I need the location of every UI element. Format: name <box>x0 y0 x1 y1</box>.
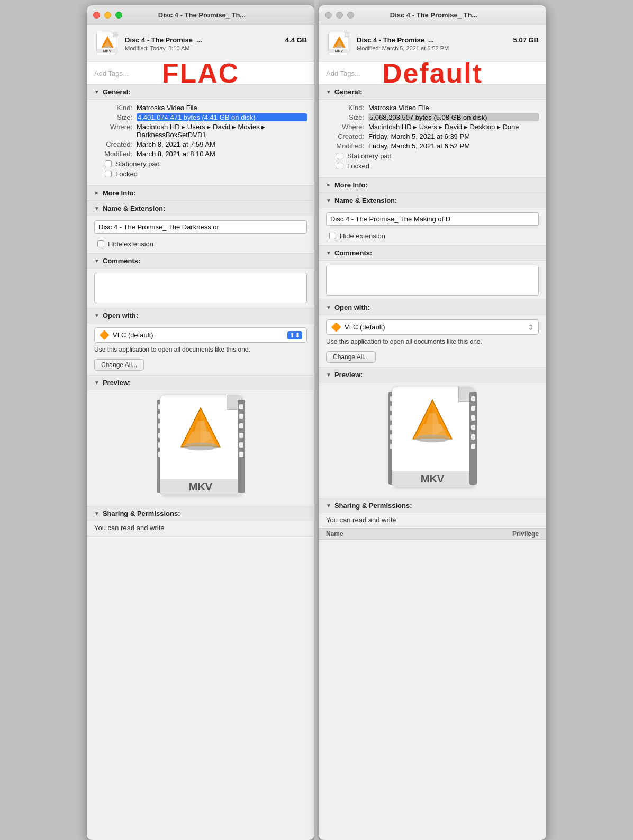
window-title-1: Disc 4 - The Promise_ Th... <box>122 11 282 19</box>
comments-section-1: ▼ Comments: <box>87 254 314 308</box>
file-modified-1: Modified: Today, 8:10 AM <box>125 45 307 51</box>
size-value-2[interactable]: 5,068,203,507 bytes (5.08 GB on disk) <box>368 113 539 121</box>
chevron-general-2: ▼ <box>326 89 331 95</box>
open-with-header-1[interactable]: ▼ Open with: <box>87 308 314 323</box>
more-info-header-1[interactable]: ▼ More Info: <box>87 186 314 201</box>
more-info-section-2: ▼ More Info: <box>319 178 546 193</box>
where-label-2: Where: <box>326 123 364 131</box>
change-all-btn-1[interactable]: Change All... <box>94 359 144 371</box>
change-all-btn-2[interactable]: Change All... <box>326 351 376 363</box>
file-modified-2: Modified: March 5, 2021 at 6:52 PM <box>357 45 539 51</box>
created-label-1: Created: <box>94 140 132 148</box>
locked-row-2[interactable]: Locked <box>337 162 539 170</box>
kind-value-2: Matroska Video File <box>368 104 539 112</box>
general-header-1[interactable]: ▼ General: <box>87 85 314 100</box>
overlay-label-1: FLAC <box>162 57 240 89</box>
close-button-2[interactable] <box>325 12 332 19</box>
name-ext-header-1[interactable]: ▼ Name & Extension: <box>87 201 314 216</box>
hide-ext-label-2: Hide extension <box>340 232 385 240</box>
open-with-app-2: VLC (default) <box>345 323 528 331</box>
preview-section-1: ▼ Preview: <box>87 376 314 506</box>
name-input-2[interactable]: Disc 4 - The Promise_ The Making of D <box>326 212 539 226</box>
svg-rect-12 <box>187 446 213 450</box>
chevron-open-with-1: ▼ <box>94 312 100 318</box>
name-ext-header-2[interactable]: ▼ Name & Extension: <box>319 193 546 208</box>
maximize-button-2[interactable] <box>347 12 354 19</box>
preview-header-1[interactable]: ▼ Preview: <box>87 376 314 390</box>
tags-placeholder-1[interactable]: Add Tags... <box>94 69 129 77</box>
open-with-label-2: Open with: <box>334 303 370 311</box>
sharing-text-1: You can read and write <box>87 521 314 536</box>
hide-ext-checkbox-1[interactable] <box>97 240 104 247</box>
maximize-button-1[interactable] <box>115 12 122 19</box>
hide-ext-row-1[interactable]: Hide extension <box>97 240 314 248</box>
stationery-checkbox-1[interactable] <box>105 160 112 167</box>
where-label-1: Where: <box>94 123 132 139</box>
preview-label-2: Preview: <box>334 371 363 379</box>
stationery-row-1[interactable]: Stationery pad <box>105 160 307 168</box>
open-with-desc-2: Use this application to open all documen… <box>319 335 546 349</box>
general-section-1: ▼ General: Kind: Matroska Video File Siz… <box>87 85 314 186</box>
svg-rect-4 <box>104 47 110 48</box>
chevron-comments-1: ▼ <box>94 258 100 264</box>
stationery-row-2[interactable]: Stationery pad <box>337 152 539 160</box>
locked-checkbox-2[interactable] <box>337 163 343 169</box>
size-label-1: Size: <box>94 113 132 121</box>
size-row-2: Size: 5,068,203,507 bytes (5.08 GB on di… <box>326 113 539 121</box>
file-header-1: MKV Disc 4 - The Promise_... 4.4 GB Modi… <box>87 25 314 62</box>
tags-bar-2: Add Tags... Default <box>319 62 546 85</box>
name-input-1[interactable]: Disc 4 - The Promise_ The Darkness or <box>94 220 307 234</box>
info-window-2: Disc 4 - The Promise_ Th... <box>319 5 546 840</box>
size-label-2: Size: <box>326 113 364 121</box>
size-row-1: Size: 4,401,074,471 bytes (4.41 GB on di… <box>94 113 307 121</box>
file-info-1: Disc 4 - The Promise_... 4.4 GB Modified… <box>125 36 307 51</box>
open-with-header-2[interactable]: ▼ Open with: <box>319 300 546 315</box>
name-ext-label-2: Name & Extension: <box>334 196 397 204</box>
locked-label-1: Locked <box>115 170 138 178</box>
chevron-name-ext-1: ▼ <box>94 205 100 211</box>
name-ext-section-1: ▼ Name & Extension: Disc 4 - The Promise… <box>87 201 314 254</box>
file-name-1: Disc 4 - The Promise_... <box>125 36 202 44</box>
filmstrip-right-2 <box>469 392 477 485</box>
where-row-2: Where: Macintosh HD ▸ Users ▸ David ▸ De… <box>326 123 539 131</box>
name-input-wrap-1: Disc 4 - The Promise_ The Darkness or <box>87 216 314 238</box>
modified-row-2: Modified: Friday, March 5, 2021 at 6:52 … <box>326 142 539 150</box>
hide-ext-checkbox-2[interactable] <box>329 233 336 239</box>
stationery-checkbox-2[interactable] <box>337 153 343 159</box>
sharing-label-1: Sharing & Permissions: <box>103 510 180 517</box>
general-header-2[interactable]: ▼ General: <box>319 85 546 100</box>
tags-placeholder-2[interactable]: Add Tags... <box>326 69 360 77</box>
minimize-button-2[interactable] <box>336 12 343 19</box>
minimize-button-1[interactable] <box>104 12 111 19</box>
close-button-1[interactable] <box>93 12 100 19</box>
chevron-more-info-2: ▼ <box>325 183 331 188</box>
open-with-app-1: VLC (default) <box>113 331 287 339</box>
large-mkv-label-1: MKV <box>160 479 241 495</box>
sharing-header-1[interactable]: ▼ Sharing & Permissions: <box>87 506 314 521</box>
comments-header-1[interactable]: ▼ Comments: <box>87 254 314 269</box>
comments-area-1[interactable] <box>94 273 307 303</box>
file-info-2: Disc 4 - The Promise_... 5.07 GB Modifie… <box>357 36 539 51</box>
comments-label-2: Comments: <box>334 249 373 257</box>
sharing-col2-2: Privilege <box>512 530 539 538</box>
general-content-2: Kind: Matroska Video File Size: 5,068,20… <box>319 100 546 177</box>
open-with-select-2[interactable]: 🔶 VLC (default) ⇕ <box>326 319 539 335</box>
hide-ext-row-2[interactable]: Hide extension <box>329 232 546 240</box>
more-info-header-2[interactable]: ▼ More Info: <box>319 178 546 193</box>
overlay-label-2: Default <box>382 57 483 89</box>
preview-header-2[interactable]: ▼ Preview: <box>319 368 546 382</box>
open-with-select-1[interactable]: 🔶 VLC (default) ⬆⬇ <box>94 327 307 343</box>
preview-image-2: MKV <box>390 387 475 493</box>
created-value-1: March 8, 2021 at 7:59 AM <box>137 140 307 148</box>
locked-row-1[interactable]: Locked <box>105 170 307 178</box>
kind-row-2: Kind: Matroska Video File <box>326 104 539 112</box>
size-value-1[interactable]: 4,401,074,471 bytes (4.41 GB on disk) <box>137 113 307 121</box>
file-size-2: 5.07 GB <box>513 36 539 44</box>
comments-area-2[interactable] <box>326 265 539 296</box>
modified-value-2: Friday, March 5, 2021 at 6:52 PM <box>368 142 539 150</box>
more-info-label-1: More Info: <box>103 189 136 197</box>
sharing-header-2[interactable]: ▼ Sharing & Permissions: <box>319 498 546 513</box>
locked-checkbox-1[interactable] <box>105 171 112 177</box>
comments-header-2[interactable]: ▼ Comments: <box>319 246 546 261</box>
info-window-1: Disc 4 - The Promise_ Th... <box>87 5 314 840</box>
